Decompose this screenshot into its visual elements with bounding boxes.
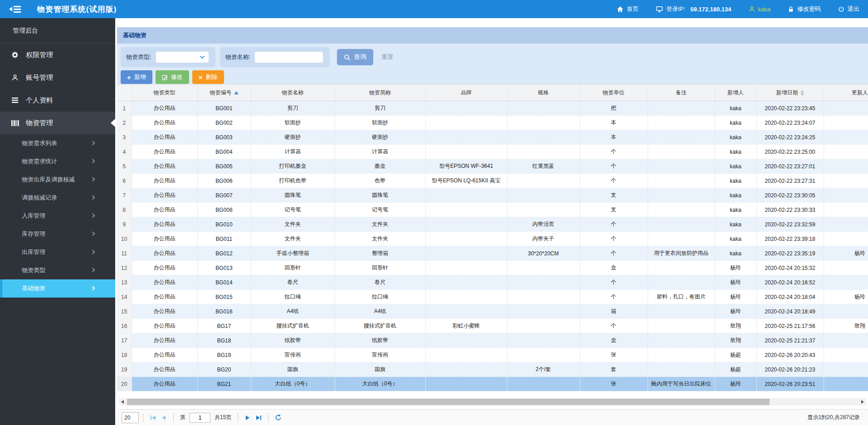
- table-cell: [824, 275, 868, 290]
- column-header[interactable]: 物资类型: [132, 85, 197, 101]
- sidebar-subitem[interactable]: 库存管理: [0, 225, 115, 243]
- row-number-cell: 3: [117, 130, 132, 145]
- row-number-cell: 4: [117, 145, 132, 159]
- table-row[interactable]: 14办公用品BG015拉口绳拉口绳个塑料，扎口，有图片杨玲2020-02-24 …: [117, 290, 868, 304]
- edit-button[interactable]: 修改: [156, 70, 189, 84]
- material-name-input[interactable]: [254, 51, 323, 63]
- column-header[interactable]: 新增人: [715, 85, 756, 101]
- table-row[interactable]: 8办公用品BG008记号笔记号笔支kaka2020-02-22 23:30:33: [117, 203, 868, 217]
- nav-home[interactable]: 首页: [608, 0, 647, 18]
- table-cell: BG015: [197, 290, 251, 304]
- sidebar-item-accounts[interactable]: 账号管理: [0, 66, 115, 89]
- nav-change-password[interactable]: 修改密码: [779, 0, 829, 18]
- sidebar-item-permissions[interactable]: 权限管理: [0, 44, 115, 66]
- table-cell: 办公用品: [132, 232, 197, 246]
- sidebar-subitem[interactable]: 调拨核减记录: [0, 189, 115, 207]
- table-cell: 腰挂式扩音机: [251, 319, 335, 333]
- sidebar-subitem-label: 入库管理: [22, 212, 45, 220]
- table-row[interactable]: 4办公用品BG004计算器计算器个kaka2020-02-22 23:25:00: [117, 145, 868, 159]
- table-row[interactable]: 3办公用品BG003硬面抄硬面抄本kaka2020-02-22 23:24:25: [117, 130, 868, 145]
- table-row[interactable]: 7办公用品BG007圆珠笔圆珠笔支kaka2020-02-22 23:30:05: [117, 188, 868, 203]
- page-size-select[interactable]: 20: [122, 412, 139, 423]
- row-number-cell: 12: [117, 261, 132, 275]
- table-cell: kaka: [715, 159, 756, 174]
- horizontal-scrollbar[interactable]: [119, 398, 866, 405]
- table-row[interactable]: 16办公用品BG17腰挂式扩音机腰挂式扩音机彩虹小蜜蜂个敖翔2020-02-25…: [117, 319, 868, 333]
- column-header[interactable]: 更新人: [824, 85, 868, 101]
- table-cell: 杨超: [715, 362, 756, 377]
- sidebar-subitem[interactable]: 物资类型: [0, 261, 115, 279]
- table-cell: 2020-02-22 23:35:19: [756, 246, 824, 261]
- table-row[interactable]: 15办公用品BG016A4纸A4纸箱杨玲2020-02-24 20:18:49: [117, 304, 868, 319]
- table-row[interactable]: 19办公用品BG20国旗国旗2个/套套杨超2020-02-26 20:21:23: [117, 362, 868, 377]
- table-row[interactable]: 6办公用品BG006打印机色带色带型号EPSON LQ-615KII 高宝个ka…: [117, 174, 868, 188]
- sidebar-item-profile[interactable]: 个人资料: [0, 89, 115, 112]
- table-row[interactable]: 2办公用品BG002软面抄软面抄本kaka2020-02-22 23:24:07: [117, 116, 868, 130]
- table-row[interactable]: 17办公用品BG18纸胶带纸胶带盒敖翔2020-02-25 21:21:37: [117, 333, 868, 348]
- sidebar-subitem[interactable]: 基础物资: [0, 279, 115, 298]
- table-cell: 软面抄: [251, 116, 335, 130]
- next-page-button[interactable]: [242, 412, 253, 423]
- table-cell: 支: [580, 188, 648, 203]
- table-cell: [824, 261, 868, 275]
- table-cell: 圆珠笔: [335, 188, 425, 203]
- column-header[interactable]: 物资简称: [335, 85, 425, 101]
- scroll-left-arrow-icon[interactable]: [119, 398, 126, 405]
- sidebar-item-materials[interactable]: 物资管理: [0, 112, 115, 134]
- table-cell: BG007: [197, 188, 251, 203]
- scroll-right-arrow-icon[interactable]: [859, 398, 866, 405]
- table-cell: BG008: [197, 203, 251, 217]
- column-header[interactable]: 备注: [648, 85, 715, 101]
- column-header[interactable]: 物资编号: [197, 85, 251, 101]
- first-page-button[interactable]: [147, 412, 158, 423]
- table-cell: 剪刀: [335, 101, 425, 116]
- sidebar-subitem[interactable]: 物资需求列表: [0, 134, 115, 152]
- sort-both-icon: [800, 90, 804, 96]
- reset-link[interactable]: 重置: [381, 53, 393, 61]
- sidebar-subitem[interactable]: 出库管理: [0, 243, 115, 261]
- table-cell: 2020-02-25 21:17:56: [756, 319, 824, 333]
- table-row[interactable]: 13办公用品BG014卷尺卷尺个杨玲2020-02-24 20:16:52: [117, 275, 868, 290]
- add-button[interactable]: + 新增: [121, 70, 152, 84]
- power-icon: [838, 6, 844, 12]
- last-page-button[interactable]: [253, 412, 264, 423]
- scrollbar-thumb[interactable]: [127, 399, 770, 405]
- delete-button[interactable]: × 删除: [192, 70, 224, 84]
- table-row[interactable]: 11办公用品BG012手提小整理箱整理箱30*20*20CM个用于更衣间放防护用…: [117, 246, 868, 261]
- table-row[interactable]: 1办公用品BG001剪刀剪刀把kaka2020-02-22 23:23:45: [117, 101, 868, 116]
- table-cell: 宣传画: [251, 348, 335, 362]
- table-cell: 硬面抄: [251, 130, 335, 145]
- prev-page-button[interactable]: [158, 412, 169, 423]
- sidebar-subitem[interactable]: 物资需求统计: [0, 152, 115, 171]
- search-button[interactable]: 查询: [337, 49, 373, 65]
- sidebar-subitem[interactable]: 物资出库及调拨核减: [0, 171, 115, 189]
- sidebar-toggle-icon[interactable]: [9, 6, 21, 13]
- material-type-select[interactable]: [156, 51, 209, 63]
- nav-user[interactable]: kaka: [740, 0, 779, 18]
- table-row[interactable]: 20办公用品BG21大白纸（0号）大白纸（0号）张舱内用于写当日出院床位杨玲20…: [117, 377, 868, 391]
- current-page-input[interactable]: [190, 413, 210, 423]
- table-cell: [824, 101, 868, 116]
- column-header[interactable]: 物资名称: [251, 85, 335, 101]
- table-cell: 硬面抄: [335, 130, 425, 145]
- table-cell: 办公用品: [132, 130, 197, 145]
- nav-login-ip[interactable]: 登录IP: 59.172.180.134: [647, 0, 740, 18]
- sidebar-subitem[interactable]: 入库管理: [0, 207, 115, 225]
- column-header[interactable]: 品牌: [425, 85, 507, 101]
- table-cell: [648, 304, 715, 319]
- table-row[interactable]: 12办公用品BG013回形针回形针盒杨玲2020-02-24 20:15:32: [117, 261, 868, 275]
- nav-logout[interactable]: 退出: [829, 0, 868, 18]
- refresh-button[interactable]: [273, 412, 283, 423]
- table-row[interactable]: 5办公用品BG005打印机墨盒墨盒型号EPSON WF-3641红黄黑蓝个kak…: [117, 159, 868, 174]
- column-header[interactable]: 新增日期: [756, 85, 824, 101]
- table-cell: 2020-02-24 20:18:04: [756, 290, 824, 304]
- table-cell: [425, 217, 507, 232]
- table-cell: 支: [580, 203, 648, 217]
- table-row[interactable]: 18办公用品BG19宣传画宣传画张杨超2020-02-26 20:20:43: [117, 348, 868, 362]
- column-header[interactable]: 物资单位: [580, 85, 648, 101]
- table-row[interactable]: 9办公用品BG010文件夹文件夹内带活页个kaka2020-02-22 23:3…: [117, 217, 868, 232]
- table-cell: kaka: [715, 174, 756, 188]
- topbar: 物资管理系统(试用版) 首页 登录IP: 59.172.180.134 kaka…: [0, 0, 868, 18]
- column-header[interactable]: 规格: [507, 85, 580, 101]
- table-row[interactable]: 10办公用品BG011文件夹文件夹内带夹子个kaka2020-02-22 23:…: [117, 232, 868, 246]
